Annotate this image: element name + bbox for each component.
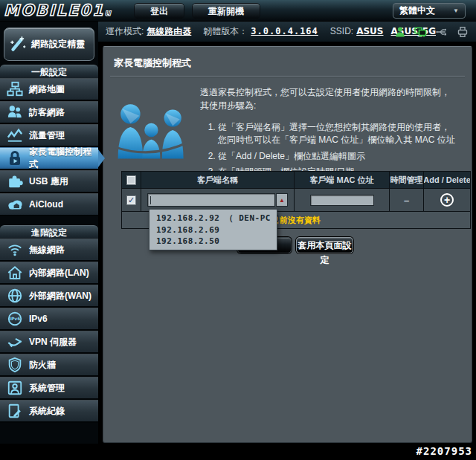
column-client-name: 客戶端名稱 — [141, 172, 295, 188]
column-mac-address: 客戶端 MAC 位址 — [295, 172, 390, 188]
svg-text:IPv6: IPv6 — [9, 316, 20, 321]
sidebar-item-usb-application[interactable]: USB 應用 — [0, 170, 98, 193]
operation-mode-link[interactable]: 無線路由器 — [147, 26, 191, 36]
firmware-version-link[interactable]: 3.0.0.4.164 — [251, 26, 318, 36]
sidebar-item-firewall[interactable]: 防火牆 — [0, 354, 98, 377]
sidebar-item-label: 網路設定精靈 — [31, 38, 85, 51]
globe-icon — [4, 287, 25, 305]
chevron-down-icon: ▼ — [453, 7, 459, 14]
ssid-primary-link[interactable]: ASUS — [356, 26, 383, 36]
aicloud-icon — [4, 195, 25, 213]
sidebar-item-label: IPv6 — [29, 314, 48, 324]
bottom-bar: #2207953 — [0, 444, 476, 460]
apply-button[interactable]: 套用本頁面設定 — [296, 237, 353, 253]
sidebar-item-label: 無線網路 — [29, 244, 65, 256]
sidebar-item-label: 家長電腦控制程式 — [29, 146, 98, 171]
client-name-dropdown-button[interactable]: ▲ — [276, 193, 288, 207]
sidebar-item-label: 訪客網路 — [29, 106, 65, 119]
sidebar-item-traffic-manager[interactable]: 流量管理 — [0, 124, 98, 147]
sidebar-item-system-log[interactable]: 系統紀錄 — [0, 400, 98, 423]
vpn-icon — [4, 333, 25, 351]
sidebar-section-general: 一般設定 — [0, 65, 98, 78]
page-title: 家長電腦控制程式 — [103, 47, 472, 74]
step-item: 從「Add / Delete」欄位點選編輯圖示 — [218, 150, 457, 163]
sidebar-item-aicloud[interactable]: AiCloud — [0, 193, 98, 216]
mac-address-input[interactable] — [310, 195, 374, 206]
sidebar-item-wireless[interactable]: 無線網路 — [0, 239, 98, 262]
arrow-up-icon: ▲ — [279, 197, 285, 204]
shield-icon — [4, 356, 25, 374]
text-caret — [150, 196, 151, 204]
house-icon — [4, 264, 25, 282]
sidebar-item-label: 內部網路(LAN) — [29, 267, 89, 279]
sidebar-item-label: 網路地圖 — [29, 83, 65, 96]
client-name-dropdown-list: 192.168.2.92 （ DEN-PC ） 192.168.2.69 192… — [149, 209, 277, 250]
row-checkbox[interactable]: ✓ — [126, 195, 136, 205]
main-panel: 家長電腦控制程式 — [103, 46, 472, 443]
sidebar-item-guest-network[interactable]: 訪客網路 — [0, 101, 98, 124]
column-add-delete: Add / Delete — [424, 172, 470, 188]
usb-icon[interactable] — [435, 26, 448, 38]
admin-person-icon — [4, 379, 25, 397]
firmware-label: 韌體版本： — [203, 26, 248, 36]
sidebar-item-label: 系統管理 — [29, 382, 65, 395]
puzzle-icon — [4, 172, 25, 190]
clients-icon[interactable] — [393, 26, 406, 38]
dropdown-option[interactable]: 192.168.2.92 （ DEN-PC ） — [149, 212, 277, 224]
sidebar-item-label: 系統紀錄 — [29, 405, 65, 418]
traffic-chart-icon — [4, 126, 25, 144]
time-management-value: – — [404, 195, 409, 206]
sidebar-item-label: 外部網路(WAN) — [29, 290, 91, 302]
sidebar-section-advanced: 進階設定 — [0, 225, 98, 239]
step-item: 從「客戶端名稱」選擇一位您想控制其網路使用的使用者，您同時也可以在「客戶端 MA… — [218, 121, 457, 147]
ssid-label: SSID: — [330, 26, 353, 36]
operation-mode-label: 運作模式: — [106, 26, 144, 36]
client-name-input[interactable] — [147, 193, 275, 207]
sidebar-item-lan[interactable]: 內部網路(LAN) — [0, 262, 98, 285]
column-time-management: 時間管理 — [390, 172, 424, 188]
intro-text: 透過家長控制程式，您可以去設定使用者使用網路的時間限制，其使用步驟為: — [200, 85, 457, 112]
guest-network-icon — [4, 103, 25, 121]
magic-wand-icon — [8, 33, 28, 55]
reboot-button[interactable]: 重新開機 — [192, 3, 260, 19]
top-bar: MOBILE01u 登出 重新開機 繁體中文 ▼ — [0, 0, 476, 22]
sidebar-item-quick-setup[interactable]: 網路設定精靈 — [4, 27, 94, 61]
table-header-row: 客戶端名稱 客戶端 MAC 位址 時間管理 Add / Delete — [122, 172, 470, 188]
sidebar-item-label: USB 應用 — [29, 175, 68, 188]
table-row: ✓ ▲ – + — [122, 188, 470, 211]
logout-button[interactable]: 登出 — [134, 3, 184, 19]
network-map-icon — [4, 80, 25, 98]
add-client-button[interactable]: + — [440, 193, 454, 207]
sidebar-item-vpn-server[interactable]: VPN 伺服器 — [0, 331, 98, 354]
sidebar-item-label: AiCloud — [29, 199, 63, 210]
ipv6-globe-icon: IPv6 — [4, 310, 25, 328]
parental-control-lock-icon — [4, 149, 25, 167]
sidebar-item-parental-control[interactable]: 家長電腦控制程式 — [0, 147, 98, 170]
log-document-icon — [4, 402, 25, 420]
sidebar-item-label: 防火牆 — [29, 359, 56, 372]
printer-icon[interactable] — [456, 26, 469, 38]
dropdown-option[interactable]: 192.168.2.69 — [149, 224, 277, 236]
status-icons — [393, 26, 469, 38]
language-selector-label: 繁體中文 — [399, 4, 435, 17]
sidebar-item-administration[interactable]: 系統管理 — [0, 377, 98, 400]
sidebar-item-network-map[interactable]: 網路地圖 — [0, 78, 98, 101]
sidebar-item-label: 流量管理 — [29, 129, 65, 142]
select-all-checkbox[interactable] — [126, 175, 136, 185]
mobile01-watermark-logo: MOBILE01u — [4, 1, 111, 19]
dropdown-option[interactable]: 192.168.2.50 — [149, 236, 277, 247]
sidebar-item-label: VPN 伺服器 — [29, 336, 77, 349]
sidebar: 網路設定精靈 一般設定 網路地圖 訪客網路 流量管理 家長電腦控制程式 USB … — [0, 22, 98, 460]
network-devices-icon[interactable] — [414, 26, 427, 38]
sidebar-item-wan[interactable]: 外部網路(WAN) — [0, 285, 98, 308]
wifi-icon — [4, 241, 25, 259]
post-id-watermark: #2207953 — [416, 445, 472, 457]
language-selector[interactable]: 繁體中文 ▼ — [393, 3, 466, 19]
sidebar-item-ipv6[interactable]: IPv6 IPv6 — [0, 308, 98, 331]
